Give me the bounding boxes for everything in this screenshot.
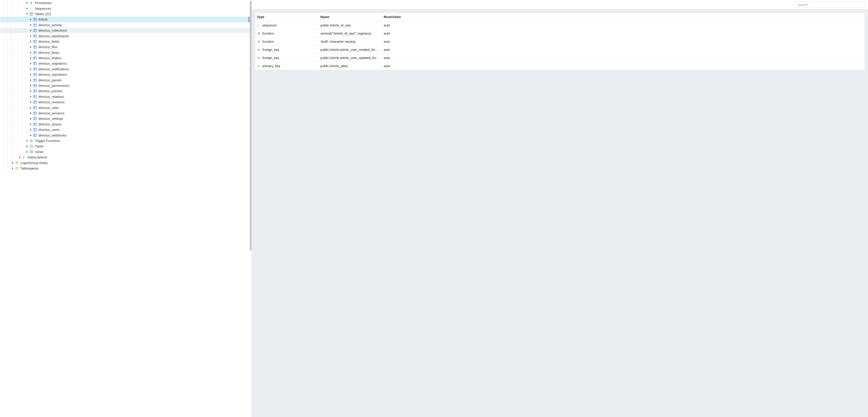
table-row[interactable]: foreign_keypublic.Article.article_user_u… [255, 54, 865, 62]
tree-indent [14, 6, 18, 11]
tree-indent [14, 61, 18, 66]
col-name[interactable]: Name [318, 13, 382, 21]
tree-item[interactable]: directus_operations [0, 72, 252, 77]
tree-item[interactable]: Types [0, 143, 252, 149]
chevron-right-icon[interactable] [29, 62, 33, 65]
chevron-right-icon[interactable] [11, 167, 14, 170]
tree-indent [14, 44, 18, 50]
chevron-right-icon[interactable] [29, 134, 33, 137]
chevron-right-icon[interactable] [29, 106, 33, 109]
chevron-right-icon[interactable] [29, 51, 33, 55]
chevron-right-icon[interactable] [29, 67, 33, 71]
tree-indent [25, 127, 29, 132]
search-input[interactable] [796, 2, 866, 8]
tree-indent [11, 155, 14, 160]
chevron-right-icon[interactable] [29, 18, 33, 21]
chevron-right-icon[interactable] [29, 100, 33, 104]
tree-item[interactable]: directus_revisions [0, 99, 252, 105]
chevron-right-icon[interactable] [29, 73, 33, 76]
col-restriction[interactable]: Restriction [382, 13, 865, 21]
tree-indent [7, 39, 11, 44]
tree-item[interactable]: Login/Group Roles [0, 160, 252, 165]
tree-indent [4, 6, 7, 11]
tree-item[interactable]: directus_sessions [0, 110, 252, 116]
chevron-right-icon[interactable] [29, 40, 33, 43]
tree-item[interactable]: directus_files [0, 44, 252, 50]
table-icon [33, 100, 37, 104]
tree-item[interactable]: Sequences [0, 6, 252, 11]
tree-item[interactable]: Views [0, 149, 252, 155]
chevron-right-icon[interactable] [29, 29, 33, 32]
chevron-right-icon[interactable] [29, 111, 33, 115]
chevron-right-icon[interactable] [29, 128, 33, 132]
table-row[interactable]: foreign_keypublic.Article.article_user_c… [255, 46, 865, 54]
chevron-right-icon[interactable] [29, 123, 33, 126]
tree-item[interactable]: directus_activity [0, 22, 252, 28]
tree-item[interactable]: directus_panels [0, 77, 252, 83]
col-type[interactable]: Type [255, 13, 318, 21]
tree-item[interactable]: Trigger Functions [0, 138, 252, 143]
tree-indent [18, 138, 22, 143]
tree-item-label: Subscriptions [28, 156, 252, 159]
sidebar-scrollbar[interactable] [250, 1, 252, 251]
tree-item[interactable]: directus_roles [0, 105, 252, 110]
table-row[interactable]: primary_keypublic.Article_pkeyauto [255, 62, 865, 70]
tree-indent [22, 17, 25, 22]
table-icon [33, 84, 37, 88]
chevron-right-icon[interactable] [29, 78, 33, 82]
tree-item[interactable]: directus_users [0, 127, 252, 132]
chevron-right-icon[interactable] [29, 84, 33, 88]
tree-item[interactable]: Article [0, 17, 252, 22]
table-row[interactable]: functionnextval('"Article_id_seq"'::regc… [255, 29, 865, 37]
object-tree-sidebar[interactable]: ProceduresSequencesTables (22)Articledir… [0, 0, 252, 417]
chevron-right-icon[interactable] [25, 7, 29, 10]
chevron-right-icon[interactable] [29, 45, 33, 49]
table-icon [33, 122, 37, 126]
chevron-right-icon[interactable] [25, 150, 29, 154]
table-row[interactable]: sequencepublic.Article_id_seqauto [255, 21, 865, 29]
chevron-right-icon[interactable] [29, 117, 33, 121]
tree-indent [25, 72, 29, 77]
tree-item[interactable]: directus_folders [0, 55, 252, 61]
tree-indent [4, 0, 7, 6]
tree-item[interactable]: Tables (22) [0, 11, 252, 17]
chevron-right-icon[interactable] [25, 145, 29, 148]
chevron-right-icon[interactable] [29, 95, 33, 99]
tree-item-label: directus_activity [38, 23, 252, 27]
tree-item[interactable]: directus_collections [0, 28, 252, 33]
tree-item[interactable]: Tablespaces [0, 166, 252, 171]
tree-item[interactable]: directus_migrations [0, 61, 252, 66]
tree-item[interactable]: directus_notifications [0, 66, 252, 72]
tree-item[interactable]: directus_webhooks [0, 132, 252, 138]
chevron-right-icon[interactable] [18, 156, 22, 159]
tree-indent [18, 33, 22, 39]
chevron-right-icon[interactable] [25, 1, 29, 5]
tree-item[interactable]: directus_relations [0, 94, 252, 99]
table-row[interactable]: function'draft'::character varyingauto [255, 37, 865, 46]
tree-indent [22, 72, 25, 77]
chevron-right-icon[interactable] [29, 34, 33, 38]
sequence-icon [29, 6, 33, 11]
tree-item[interactable]: Subscriptions [0, 155, 252, 160]
tree-indent [22, 22, 25, 28]
chevron-right-icon[interactable] [25, 139, 29, 142]
tree-item[interactable]: directus_permissions [0, 83, 252, 88]
tree-indent [25, 66, 29, 72]
tree-item[interactable]: directus_settings [0, 116, 252, 121]
table-icon [33, 128, 37, 132]
chevron-right-icon[interactable] [29, 56, 33, 60]
chevron-right-icon[interactable] [11, 161, 14, 165]
tree-indent [25, 22, 29, 28]
chevron-down-icon[interactable] [25, 12, 29, 16]
tree-indent [7, 110, 11, 116]
tree-indent [14, 94, 18, 99]
tree-indent [0, 44, 4, 50]
tree-item[interactable]: directus_flows [0, 50, 252, 55]
chevron-right-icon[interactable] [29, 89, 33, 93]
tree-item[interactable]: Procedures [0, 0, 252, 6]
tree-item[interactable]: directus_dashboards [0, 33, 252, 39]
chevron-right-icon[interactable] [29, 23, 33, 27]
tree-item[interactable]: directus_presets [0, 88, 252, 94]
tree-item[interactable]: directus_fields [0, 39, 252, 44]
tree-item[interactable]: directus_shares [0, 122, 252, 127]
